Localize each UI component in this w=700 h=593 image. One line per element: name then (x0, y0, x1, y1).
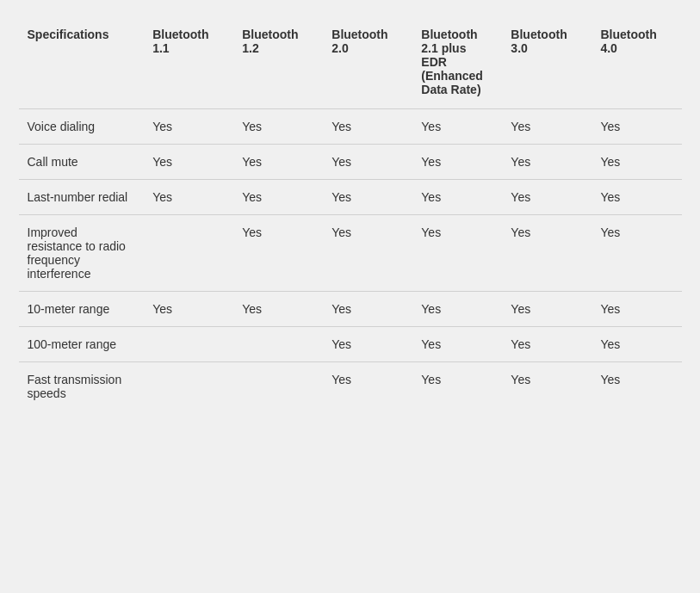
spec-value: Yes (502, 292, 592, 327)
spec-value (144, 362, 233, 411)
spec-value: Yes (233, 145, 323, 180)
header-bt30: Bluetooth 3.0 (502, 17, 592, 109)
spec-value: Yes (592, 362, 681, 411)
spec-value: Yes (412, 327, 502, 362)
spec-value: Yes (412, 180, 502, 215)
spec-value: Yes (323, 292, 412, 327)
spec-value: Yes (233, 215, 323, 292)
spec-value: Yes (412, 292, 502, 327)
table-row: Call muteYesYesYesYesYesYes (19, 145, 682, 180)
spec-label: Fast transmission speeds (19, 362, 145, 411)
spec-value: Yes (323, 109, 412, 145)
table-header-row: Specifications Bluetooth 1.1 Bluetooth 1… (19, 17, 682, 109)
spec-label: Last-number redial (19, 180, 145, 215)
spec-value (233, 362, 323, 411)
table-row: Fast transmission speedsYesYesYesYes (19, 362, 682, 411)
spec-value: Yes (592, 180, 681, 215)
spec-value: Yes (592, 215, 681, 292)
spec-value: Yes (323, 180, 412, 215)
spec-value: Yes (144, 145, 233, 180)
spec-value: Yes (592, 292, 681, 327)
spec-value: Yes (323, 327, 412, 362)
spec-label: Call mute (19, 145, 145, 180)
table-row: Voice dialingYesYesYesYesYesYes (19, 109, 682, 145)
spec-value: Yes (144, 109, 233, 145)
spec-label: 10-meter range (19, 292, 145, 327)
spec-value: Yes (412, 362, 502, 411)
header-bt11: Bluetooth 1.1 (144, 17, 233, 109)
spec-value: Yes (502, 145, 592, 180)
spec-value: Yes (592, 109, 681, 145)
spec-value: Yes (233, 180, 323, 215)
spec-value: Yes (502, 109, 592, 145)
spec-value: Yes (502, 327, 592, 362)
table-row: Last-number redialYesYesYesYesYesYes (19, 180, 682, 215)
header-bt40: Bluetooth 4.0 (592, 17, 681, 109)
spec-value: Yes (323, 145, 412, 180)
spec-value: Yes (592, 145, 681, 180)
spec-value: Yes (412, 109, 502, 145)
spec-value: Yes (233, 292, 323, 327)
table-row: Improved resistance to radio frequency i… (19, 215, 682, 292)
spec-value (233, 327, 323, 362)
spec-value: Yes (144, 180, 233, 215)
spec-value: Yes (144, 292, 233, 327)
spec-value: Yes (502, 180, 592, 215)
bluetooth-comparison-table: Specifications Bluetooth 1.1 Bluetooth 1… (19, 17, 682, 411)
spec-label: 100-meter range (19, 327, 145, 362)
spec-value: Yes (323, 362, 412, 411)
spec-value: Yes (412, 145, 502, 180)
spec-value (144, 327, 233, 362)
spec-value: Yes (502, 215, 592, 292)
spec-value: Yes (502, 362, 592, 411)
header-bt12: Bluetooth 1.2 (233, 17, 323, 109)
spec-value (144, 215, 233, 292)
spec-label: Voice dialing (19, 109, 145, 145)
header-bt20: Bluetooth 2.0 (323, 17, 412, 109)
spec-value: Yes (323, 215, 412, 292)
spec-value: Yes (412, 215, 502, 292)
header-bt21: Bluetooth 2.1 plus EDR (Enhanced Data Ra… (412, 17, 502, 109)
spec-value: Yes (592, 327, 681, 362)
table-row: 100-meter rangeYesYesYesYes (19, 327, 682, 362)
table-row: 10-meter rangeYesYesYesYesYesYes (19, 292, 682, 327)
comparison-table-container: Specifications Bluetooth 1.1 Bluetooth 1… (10, 9, 691, 419)
spec-label: Improved resistance to radio frequency i… (19, 215, 145, 292)
header-specifications: Specifications (19, 17, 145, 109)
spec-value: Yes (233, 109, 323, 145)
